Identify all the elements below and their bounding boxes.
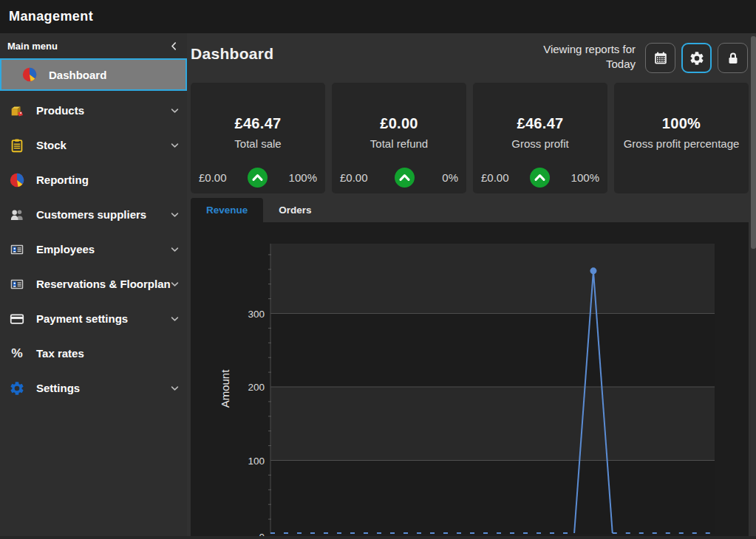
sidebar-item-label: Reporting xyxy=(36,174,89,186)
stat-card-gross-profit-percentage: 100%Gross profit percentage xyxy=(614,83,749,193)
viewing-reports-label: Viewing reports for Today xyxy=(543,42,636,72)
revenue-line-chart: 0100200300Amount xyxy=(191,222,749,536)
vertical-scrollbar xyxy=(751,33,756,536)
app-title: Management xyxy=(9,9,93,24)
stat-value: £0.00 xyxy=(332,115,466,132)
stat-footer-left: £0.00 xyxy=(481,171,509,184)
tab-orders[interactable]: Orders xyxy=(263,198,327,222)
calendar-button[interactable] xyxy=(645,43,675,73)
vertical-scrollbar-thumb[interactable] xyxy=(751,36,756,249)
sidebar-item-employees[interactable]: Employees xyxy=(0,232,187,267)
stat-card-total-refund: £0.00Total refund£0.00 0% xyxy=(332,83,466,193)
sidebar-item-label: Stock xyxy=(36,139,67,151)
sidebar-item-label: Products xyxy=(36,104,84,117)
stat-card-total-sale: £46.47Total sale£0.00 100% xyxy=(191,83,325,193)
report-tabs: Revenue Orders xyxy=(191,198,327,222)
bottom-edge-strip xyxy=(0,536,756,539)
id-card-icon xyxy=(9,276,25,292)
stat-label: Total refund xyxy=(332,137,466,150)
sidebar-item-reporting[interactable]: Reporting xyxy=(0,162,187,197)
main-content: Dashboard Viewing reports for Today £46.… xyxy=(187,33,756,539)
gear-icon xyxy=(689,50,705,66)
percent-icon: % xyxy=(9,346,25,362)
people-icon xyxy=(9,207,25,223)
stat-label: Gross profit xyxy=(473,137,607,150)
viewing-line2: Today xyxy=(543,57,636,72)
svg-text:%: % xyxy=(11,346,23,360)
stat-value: 100% xyxy=(614,115,749,132)
chevron-down-icon xyxy=(169,382,180,394)
chevron-down-icon xyxy=(169,140,180,151)
sidebar-header-label: Main menu xyxy=(7,41,58,52)
pie-chart-icon xyxy=(9,172,25,188)
top-bar: Management xyxy=(0,0,756,33)
stat-footer-left: £0.00 xyxy=(199,171,227,184)
stat-footer-right: 100% xyxy=(571,171,599,184)
circle-up-arrow-icon xyxy=(395,168,415,188)
sidebar-item-products[interactable]: Products xyxy=(0,93,187,128)
svg-text:100: 100 xyxy=(248,456,265,467)
sidebar-item-label: Payment settings xyxy=(36,312,128,325)
stat-footer-left: £0.00 xyxy=(340,171,368,184)
sidebar-item-payment-settings[interactable]: Payment settings xyxy=(0,301,187,336)
stat-footer-right: 100% xyxy=(289,171,317,184)
id-card-icon xyxy=(9,241,25,258)
calendar-icon xyxy=(653,50,669,66)
page-title: Dashboard xyxy=(191,45,273,63)
revenue-chart-card: 0100200300Amount xyxy=(191,222,749,536)
chevron-down-icon xyxy=(169,244,180,255)
stat-label: Gross profit percentage xyxy=(614,137,749,150)
stat-footer: £0.00 0% xyxy=(340,168,458,188)
product-box-icon xyxy=(9,103,25,119)
sidebar-item-label: Dashboard xyxy=(49,69,106,81)
sidebar-item-label: Reservations & Floorplan xyxy=(36,278,171,290)
lock-button[interactable] xyxy=(718,43,748,73)
tab-revenue[interactable]: Revenue xyxy=(191,198,263,222)
chevron-down-icon xyxy=(169,105,180,116)
sidebar-item-dashboard[interactable]: Dashboard xyxy=(0,58,187,91)
sidebar-item-label: Employees xyxy=(36,243,95,255)
sidebar-item-tax-rates[interactable]: %Tax rates xyxy=(0,336,187,371)
stat-value: £46.47 xyxy=(473,115,607,132)
pie-chart-icon xyxy=(21,66,38,83)
gear-icon xyxy=(9,380,25,396)
sidebar-item-label: Settings xyxy=(36,382,80,394)
sidebar: Main menu Dashboard Products Stock Repor… xyxy=(0,33,187,539)
sidebar-item-label: Tax rates xyxy=(36,347,84,360)
svg-text:300: 300 xyxy=(248,309,265,320)
chevron-down-icon xyxy=(169,313,180,324)
header-buttons xyxy=(645,43,748,73)
gear-button[interactable] xyxy=(681,43,712,73)
sidebar-item-customers-suppliers[interactable]: Customers suppliers xyxy=(0,197,187,232)
chevron-left-icon[interactable] xyxy=(168,41,180,52)
stat-label: Total sale xyxy=(191,137,325,150)
viewing-line1: Viewing reports for xyxy=(543,42,636,57)
circle-up-arrow-icon xyxy=(530,168,550,188)
stat-cards: £46.47Total sale£0.00 100%£0.00Total ref… xyxy=(191,83,749,193)
svg-text:200: 200 xyxy=(248,382,265,393)
sidebar-item-reservations-floorplan[interactable]: Reservations & Floorplan xyxy=(0,267,187,301)
credit-card-icon xyxy=(9,311,25,327)
sidebar-item-label: Customers suppliers xyxy=(36,208,146,221)
sidebar-menu: Dashboard Products Stock Reporting Custo… xyxy=(0,58,187,405)
sidebar-header: Main menu xyxy=(0,33,187,58)
clipboard-icon xyxy=(9,137,25,154)
sidebar-item-stock[interactable]: Stock xyxy=(0,128,187,162)
sidebar-item-settings[interactable]: Settings xyxy=(0,371,187,405)
svg-text:Amount: Amount xyxy=(219,369,231,408)
chevron-down-icon xyxy=(169,209,180,220)
stat-value: £46.47 xyxy=(191,115,325,132)
stat-footer-right: 0% xyxy=(442,171,458,184)
chevron-down-icon xyxy=(169,278,180,289)
stat-footer: £0.00 100% xyxy=(199,168,317,188)
lock-icon xyxy=(725,50,741,66)
stat-footer: £0.00 100% xyxy=(481,168,599,188)
stat-card-gross-profit: £46.47Gross profit£0.00 100% xyxy=(473,83,607,193)
circle-up-arrow-icon xyxy=(248,168,268,188)
